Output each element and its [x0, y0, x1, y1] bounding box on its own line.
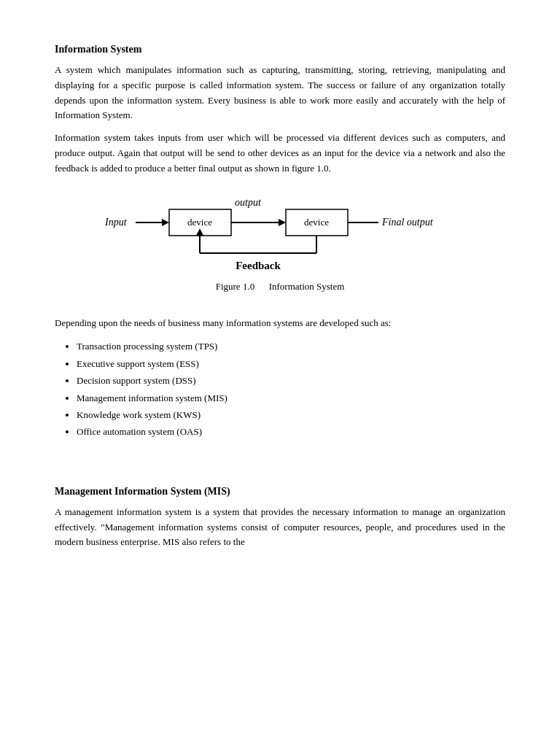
section1-heading: Information System	[55, 44, 505, 55]
list-item-ess: Executive support system (ESS)	[77, 355, 505, 372]
device1-label: device	[187, 217, 212, 228]
output-label: output	[235, 197, 262, 208]
section2-para1: A management information system is a sys…	[55, 505, 505, 550]
device2-label: device	[304, 217, 329, 228]
caption-title: Information System	[269, 281, 345, 292]
information-system-diagram: Input device output device Final output	[83, 187, 477, 275]
list-item-kws: Knowledge work system (KWS)	[77, 406, 505, 423]
list-item-dss: Decision support system (DSS)	[77, 372, 505, 389]
final-output-label: Final output	[381, 217, 434, 228]
page-content: Information System A system which manipu…	[0, 0, 560, 601]
section1-para3: Depending upon the needs of business man…	[55, 316, 505, 331]
caption-figure: Figure 1.0	[216, 281, 254, 292]
list-item-tps: Transaction processing system (TPS)	[77, 338, 505, 355]
list-item-mis: Management information system (MIS)	[77, 390, 505, 406]
section1-para1: A system which manipulates information s…	[55, 63, 505, 123]
section2-heading: Management Information System (MIS)	[55, 486, 505, 498]
bullet-list: Transaction processing system (TPS) Exec…	[77, 338, 505, 440]
section1-para2: Information system takes inputs from use…	[55, 131, 505, 176]
diagram-wrapper: Input device output device Final output	[55, 187, 505, 275]
figure-caption: Figure 1.0 Information System	[55, 281, 505, 293]
input-label: Input	[104, 217, 128, 228]
list-item-oas: Office automation system (OAS)	[77, 423, 505, 440]
feedback-label: Feedback	[236, 260, 281, 271]
svg-marker-4	[279, 219, 286, 226]
svg-marker-1	[162, 219, 169, 226]
